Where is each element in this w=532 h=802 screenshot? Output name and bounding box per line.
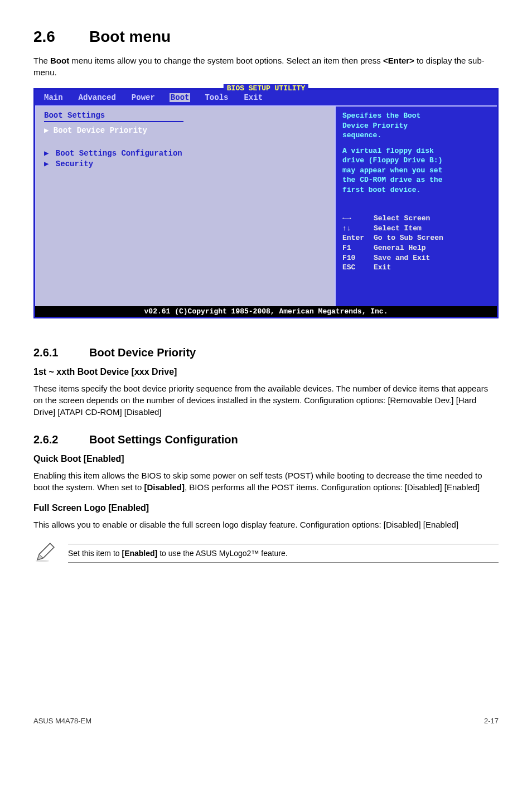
subsection-heading: 2.6.2Boot Settings Configuration <box>33 433 499 446</box>
note-text: Set this item to [Enabled] to use the AS… <box>68 544 499 563</box>
page-footer: ASUS M4A78-EM 2-17 <box>33 711 499 725</box>
bios-item-boot-device-priority: ▶ Boot Device Priority <box>44 125 327 135</box>
bios-footer: v02.61 (C)Copyright 1985-2008, American … <box>35 306 497 317</box>
bios-help-text: Specifies the Boot Device Priority seque… <box>342 111 490 195</box>
triangle-right-icon: ▶ <box>44 126 54 135</box>
subsection-number: 2.6.2 <box>33 433 89 446</box>
bios-left-pane: Boot Settings ▶ Boot Device Priority ▶ B… <box>35 107 336 306</box>
param-description: This allows you to enable or disable the… <box>33 519 499 530</box>
triangle-right-icon: ▶ <box>44 160 54 168</box>
bios-item-security: ▶ Security <box>44 159 327 168</box>
arrows-ud-icon: ↑↓ <box>342 224 374 234</box>
pencil-note-icon <box>33 540 57 566</box>
subsection-number: 2.6.1 <box>33 346 89 359</box>
footer-left: ASUS M4A78-EM <box>33 717 91 725</box>
tab-main: Main <box>43 93 64 102</box>
bios-right-pane: Specifies the Boot Device Priority seque… <box>336 107 497 306</box>
subsection-title: Boot Settings Configuration <box>89 433 238 446</box>
bios-left-heading: Boot Settings <box>44 111 327 120</box>
tab-boot: Boot <box>170 93 191 102</box>
svg-point-0 <box>36 560 50 562</box>
param-description: These items specify the boot device prio… <box>33 383 499 418</box>
tab-tools: Tools <box>204 93 229 102</box>
footer-right: 2-17 <box>484 717 499 725</box>
tab-exit: Exit <box>243 93 264 102</box>
bios-nav-keys: ←→Select Screen ↑↓Select Item EnterGo to… <box>342 214 490 272</box>
param-heading: Quick Boot [Enabled] <box>33 454 499 464</box>
bios-title: BIOS SETUP UTILITY <box>224 84 308 93</box>
param-heading: Full Screen Logo [Enabled] <box>33 503 499 513</box>
subsection-title: Boot Device Priority <box>89 346 196 359</box>
tab-power: Power <box>130 93 156 102</box>
bios-screenshot: BIOS SETUP UTILITY Main Advanced Power B… <box>33 88 499 318</box>
intro-paragraph: The Boot menu items allow you to change … <box>33 55 499 78</box>
bios-divider <box>44 121 183 122</box>
section-title-text: Boot menu <box>89 28 171 45</box>
section-number: 2.6 <box>33 28 89 46</box>
tab-advanced: Advanced <box>78 93 117 102</box>
bios-item-boot-settings-config: ▶ Boot Settings Configuration <box>44 148 327 158</box>
subsection-heading: 2.6.1Boot Device Priority <box>33 346 499 359</box>
note-callout: Set this item to [Enabled] to use the AS… <box>33 540 499 566</box>
arrows-lr-icon: ←→ <box>342 214 374 224</box>
param-description: Enabling this item allows the BIOS to sk… <box>33 470 499 493</box>
param-heading: 1st ~ xxth Boot Device [xxx Drive] <box>33 367 499 377</box>
section-heading: 2.6Boot menu <box>33 28 499 46</box>
triangle-right-icon: ▶ <box>44 149 54 158</box>
